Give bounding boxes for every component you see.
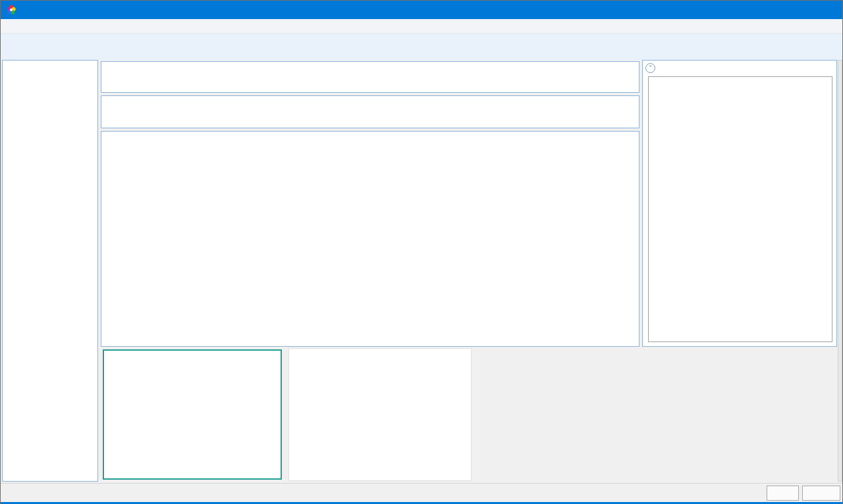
lab-gamut-chart [668, 348, 843, 481]
status-empty-cell [802, 486, 840, 501]
dEab-trend-chart [289, 349, 471, 480]
application-window: ⌃ [0, 0, 843, 504]
color-difference-report [648, 76, 832, 342]
gamut-chart-panel[interactable] [668, 348, 843, 481]
title-bar [1, 1, 842, 19]
menu-bar [1, 19, 842, 34]
status-bar [1, 483, 842, 502]
scatter-chart-panel[interactable] [103, 349, 282, 480]
reflectance-chart [476, 348, 667, 461]
spectrum-color-bar [495, 464, 654, 478]
reflectance-chart-panel[interactable] [476, 348, 668, 481]
samples-table-panel [101, 131, 639, 347]
toolbar [1, 34, 842, 60]
color-difference-panel: ⌃ [642, 60, 837, 347]
sample-tree [2, 60, 98, 482]
auto-button[interactable] [767, 486, 799, 501]
da-db-scatter-chart [104, 351, 279, 477]
standard-table-panel [101, 95, 639, 128]
trend-chart-panel[interactable] [288, 348, 472, 481]
maximize-button[interactable] [782, 1, 812, 19]
collapse-chevron-icon[interactable]: ⌃ [645, 63, 655, 73]
minimize-button[interactable] [751, 1, 782, 19]
tolerance-table-panel [101, 61, 639, 93]
app-logo-icon [6, 5, 16, 15]
close-button[interactable] [812, 1, 842, 19]
